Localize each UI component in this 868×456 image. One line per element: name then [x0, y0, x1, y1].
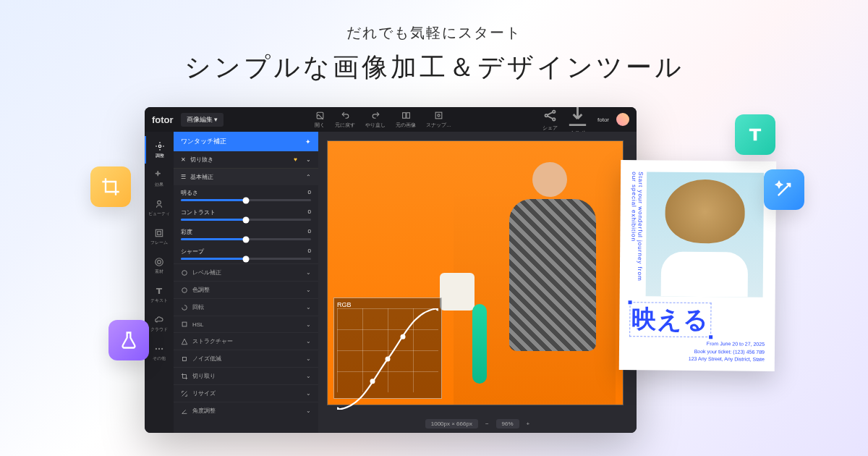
row-color[interactable]: 色調整⌄	[174, 281, 318, 298]
zoom-in-button[interactable]: +	[527, 421, 530, 427]
slider-sharpen[interactable]: シャープ0	[174, 244, 318, 263]
one-tap-button[interactable]: ワンタッチ補正 ✦	[174, 132, 318, 151]
svg-point-13	[158, 260, 161, 263]
editor-window: fotor 画像編集 ▾ 開く 元に戻す やり直し 元の画像 スナップ… シェア…	[145, 107, 637, 433]
svg-point-17	[182, 270, 187, 275]
hero-title: シンプルな画像加工＆デザインツール	[0, 50, 868, 85]
poster-details: From June 20 to 27, 2025 Book your ticke…	[629, 339, 765, 363]
chevron-down-icon: ⌄	[306, 156, 311, 163]
wand-icon: ✦	[305, 138, 311, 145]
svg-point-16	[161, 347, 163, 349]
svg-rect-19	[182, 322, 187, 326]
rail-material[interactable]: 素材	[145, 252, 174, 279]
share-button[interactable]: シェア	[542, 108, 558, 132]
sliders-icon: ☰	[181, 174, 186, 180]
crop-tile	[90, 166, 131, 207]
rail-effects[interactable]: 効果	[145, 165, 174, 193]
svg-point-24	[401, 334, 406, 339]
flask-tile	[109, 320, 149, 360]
svg-point-8	[158, 145, 161, 148]
heart-icon: ♥	[294, 156, 297, 163]
poster-photo	[646, 172, 764, 297]
poster-headline[interactable]: 映える	[629, 302, 711, 337]
row-rotate[interactable]: 回転⌄	[174, 298, 318, 316]
slider-saturation[interactable]: 彩度0	[174, 224, 318, 244]
zoom-out-button[interactable]: −	[485, 421, 489, 427]
svg-point-15	[158, 347, 160, 349]
poster-side-text: Start your wonderful journey from our sp…	[630, 172, 644, 287]
svg-point-5	[545, 114, 548, 117]
tool-rail: 調整 効果 ビューティ フレーム 素材 テキスト クラウド その他	[145, 132, 174, 433]
svg-point-22	[370, 379, 375, 384]
svg-point-14	[156, 347, 157, 349]
rail-more[interactable]: その他	[145, 339, 174, 366]
svg-point-25	[436, 308, 439, 311]
topbar-center: 開く 元に戻す やり直し 元の画像 スナップ…	[224, 111, 542, 129]
svg-rect-2	[407, 112, 409, 118]
rgb-label: RGB	[337, 301, 352, 308]
canvas-image[interactable]: RGB	[327, 140, 624, 405]
hero-subtitle: だれでも気軽にスタート	[0, 23, 868, 43]
rail-text[interactable]: テキスト	[145, 281, 174, 308]
text-tile	[735, 114, 775, 155]
svg-rect-10	[156, 229, 162, 236]
row-angle[interactable]: 角度調整⌄	[174, 402, 318, 419]
username: fotor	[597, 117, 609, 123]
svg-point-7	[553, 118, 556, 121]
poster-card: Start your wonderful journey from our sp…	[619, 160, 777, 371]
row-hsl[interactable]: HSL⌄	[174, 316, 318, 332]
crop-row[interactable]: ✕ 切り抜き ♥ ⌄	[174, 151, 318, 169]
redo-button[interactable]: やり直し	[365, 111, 386, 129]
close-icon: ✕	[181, 156, 186, 163]
adjust-panel: ワンタッチ補正 ✦ ✕ 切り抜き ♥ ⌄ ☰ 基本補正 ⌃ 明るさ0 コントラス…	[174, 132, 318, 433]
bag-shape	[440, 273, 475, 311]
svg-point-21	[337, 408, 340, 410]
open-button[interactable]: 開く	[315, 111, 325, 129]
svg-rect-11	[158, 231, 161, 235]
svg-rect-1	[402, 112, 405, 118]
rail-cloud[interactable]: クラウド	[145, 310, 174, 337]
rgb-curve-box[interactable]: RGB	[333, 297, 442, 399]
app-logo: fotor	[152, 114, 174, 125]
row-resize[interactable]: リサイズ⌄	[174, 384, 318, 402]
svg-point-6	[553, 110, 556, 113]
avatar[interactable]	[616, 113, 629, 126]
zoom-readout: 96%	[496, 419, 519, 428]
editor-topbar: fotor 画像編集 ▾ 開く 元に戻す やり直し 元の画像 スナップ… シェア…	[145, 107, 637, 132]
svg-point-12	[156, 258, 163, 266]
wand-tile	[764, 169, 804, 210]
mode-dropdown[interactable]: 画像編集 ▾	[181, 113, 224, 127]
basic-header[interactable]: ☰ 基本補正 ⌃	[174, 169, 318, 185]
svg-point-9	[158, 200, 161, 204]
slider-brightness[interactable]: 明るさ0	[174, 185, 318, 205]
svg-point-23	[386, 357, 391, 362]
snap-button[interactable]: スナップ…	[426, 111, 451, 129]
canvas-area: RGB	[318, 132, 637, 433]
row-levels[interactable]: レベル補正⌄	[174, 263, 318, 281]
svg-rect-3	[435, 112, 442, 119]
rail-adjust[interactable]: 調整	[145, 136, 174, 164]
rail-beauty[interactable]: ビューティ	[145, 194, 174, 221]
dimensions-readout: 1000px × 666px	[425, 419, 478, 428]
rail-frame[interactable]: フレーム	[145, 223, 174, 250]
slider-contrast[interactable]: コントラスト0	[174, 205, 318, 224]
compare-button[interactable]: 元の画像	[396, 111, 416, 129]
svg-point-4	[438, 114, 440, 116]
chevron-up-icon: ⌃	[306, 174, 311, 180]
row-denoise[interactable]: ノイズ低減⌄	[174, 350, 318, 367]
hero-text: だれでも気軽にスタート シンプルな画像加工＆デザインツール	[0, 0, 868, 85]
undo-button[interactable]: 元に戻す	[335, 111, 355, 129]
skateboard-shape	[472, 304, 487, 384]
row-structure[interactable]: ストラクチャー⌄	[174, 332, 318, 350]
row-crop2[interactable]: 切り取り⌄	[174, 367, 318, 384]
zoom-bar: 1000px × 666px − 96% +	[318, 414, 637, 433]
svg-point-18	[182, 287, 187, 292]
svg-rect-20	[183, 357, 187, 360]
